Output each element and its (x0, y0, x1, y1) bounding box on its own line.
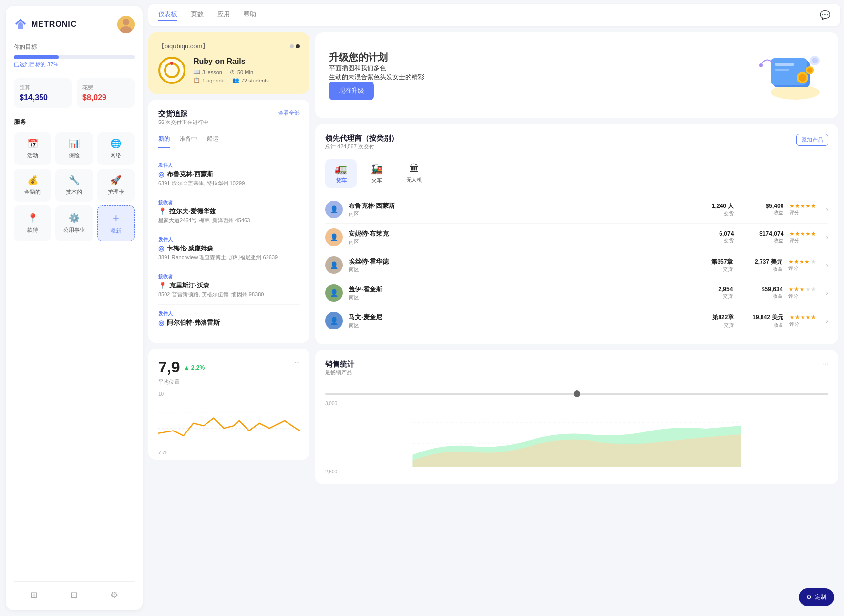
sender-circle-icon-0: ◎ (158, 170, 164, 178)
add-label: 添新 (110, 227, 121, 235)
service-tech[interactable]: 🔧 技术的 (55, 169, 93, 202)
service-hospitality[interactable]: 📍 款待 (14, 205, 51, 241)
care-label: 护理卡 (108, 188, 124, 196)
settings-icon[interactable]: ⚙ (110, 590, 118, 600)
promo-url-text: 【biqubiqu.com】 (158, 42, 208, 51)
agent-rating-1: ★★★★★ 评分 (789, 230, 816, 244)
budget-label: 预算 (20, 84, 66, 91)
agent-arrow-4[interactable]: › (826, 317, 828, 325)
notification-icon[interactable]: 💬 (820, 10, 830, 21)
dot-1 (290, 44, 294, 48)
promo-card: 【biqubiqu.com】 Ruby on Rails (148, 32, 309, 94)
delivery-name-1: 📍 拉尔夫·爱德华兹 (158, 207, 300, 216)
rails-ring-icon (162, 61, 182, 80)
agent-revenue-1: $174,074 收益 (740, 230, 783, 244)
upgrade-button[interactable]: 现在升级 (329, 82, 374, 100)
delivery-addr-3: 8502 普雷斯顿路, 英格尔伍德, 缅因州 98380 (158, 291, 300, 298)
layers-icon[interactable]: ⊞ (30, 590, 38, 600)
app-name: METRONIC (31, 20, 77, 29)
agent-region-3: 南区 (349, 294, 688, 301)
add-product-button[interactable]: 添加产品 (796, 134, 828, 146)
agent-info-2: 埃丝特·霍华德 南区 (349, 257, 688, 273)
hospitality-icon: 📍 (27, 213, 38, 224)
sales-more-icon[interactable]: ··· (823, 360, 828, 367)
train-label: 火车 (371, 177, 382, 184)
sales-area-chart (325, 408, 828, 467)
content-grid: 【biqubiqu.com】 Ruby on Rails (148, 32, 840, 612)
agent-arrow-1[interactable]: › (826, 233, 828, 241)
agent-rating-2: ★★★★★ 评分 (788, 258, 816, 272)
stat-value: 7,9 ▲ 2.2% (158, 358, 205, 376)
delivery-role-1: 接收者 (158, 199, 300, 206)
right-column: 升级您的计划 平面插图和我们多色 生动的未混合紫色头发女士的精彩 现在升级 (315, 32, 838, 523)
agent-arrow-2[interactable]: › (826, 261, 828, 269)
agent-arrow-3[interactable]: › (826, 289, 828, 297)
service-care[interactable]: 🚀 护理卡 (97, 169, 135, 202)
progress-bar-bg (14, 55, 135, 59)
customize-button[interactable]: ⚙ 定制 (799, 588, 834, 606)
students-icon: 👥 (232, 77, 239, 83)
goal-label: 你的目标 (14, 43, 135, 51)
delivery-item-0: 发件人 ◎ 布鲁克林·西蒙斯 6391 埃尔全盖塞里, 特拉华州 10299 (158, 156, 300, 193)
svg-point-4 (170, 62, 173, 65)
agent-stat-0: 1,240 人 交货 (695, 202, 734, 217)
service-insurance[interactable]: 📊 保险 (55, 132, 93, 165)
delivery-view-all[interactable]: 查看全部 (278, 109, 300, 117)
nav-pages[interactable]: 页数 (191, 10, 204, 21)
sender-circle-icon-2: ◎ (158, 245, 164, 252)
sidebar-header: METRONIC (14, 16, 135, 33)
sales-range-slider[interactable] (325, 393, 828, 395)
agent-revenue-4: 19,842 美元 收益 (740, 313, 783, 329)
agent-name-2: 埃丝特·霍华德 (349, 257, 688, 266)
agent-tab-truck[interactable]: 🚛 货车 (325, 159, 357, 188)
service-utility[interactable]: ⚙️ 公用事业 (55, 205, 93, 241)
svg-rect-11 (775, 69, 789, 71)
sales-y-2500: 2,500 (325, 469, 337, 474)
delivery-addr-1: 星家大道2464号 梅萨, 新泽西州 45463 (158, 217, 300, 224)
delivery-addr-0: 6391 埃尔全盖塞里, 特拉华州 10299 (158, 180, 300, 187)
tab-shipping[interactable]: 船运 (207, 135, 219, 148)
delivery-role-2: 发件人 (158, 236, 300, 243)
activities-label: 活动 (27, 152, 38, 159)
service-add[interactable]: + 添新 (97, 205, 135, 241)
agent-tab-drone[interactable]: 🏛 无人机 (396, 159, 432, 188)
network-label: 网络 (110, 152, 121, 159)
svg-point-18 (812, 58, 818, 63)
service-finance[interactable]: 💰 金融的 (14, 169, 51, 202)
promo-students: 👥 72 students (232, 77, 269, 83)
stat-more-icon[interactable]: ··· (294, 358, 300, 366)
sales-title: 销售统计 (325, 360, 354, 369)
promo-agenda: 📋 1 agenda (193, 77, 225, 83)
service-activities[interactable]: 📅 活动 (14, 132, 51, 165)
service-network[interactable]: 🌐 网络 (97, 132, 135, 165)
sidebar-footer: ⊞ ⊟ ⚙ (14, 581, 135, 600)
left-column: 【biqubiqu.com】 Ruby on Rails (148, 32, 309, 523)
card-icon[interactable]: ⊟ (70, 590, 78, 600)
finance-icon: 💰 (27, 175, 38, 185)
agent-arrow-0[interactable]: › (826, 205, 828, 213)
nav-apps[interactable]: 应用 (217, 10, 230, 21)
expense-card: 花费 $8,029 (77, 78, 135, 108)
tab-preparing[interactable]: 准备中 (180, 135, 197, 148)
stat-chart: 10 7.75 (158, 391, 300, 450)
delivery-item-2: 发件人 ◎ 卡梅伦·威廉姆森 3891 Ranchview 理查森博士, 加利福… (158, 230, 300, 267)
agent-stat-1: 6,074 交货 (695, 230, 734, 244)
nav-help[interactable]: 帮助 (244, 10, 256, 21)
truck-icon: 🚛 (335, 163, 347, 175)
tech-label: 技术的 (66, 188, 82, 196)
train-icon: 🚂 (371, 163, 383, 175)
goal-percent-text: 已达到目标的 37% (14, 61, 135, 68)
avatar[interactable] (117, 16, 135, 33)
agent-avatar-0: 👤 (325, 201, 343, 218)
agent-tab-train[interactable]: 🚂 火车 (361, 159, 392, 188)
promo-lessons: 📖 3 lesson (193, 69, 222, 75)
utility-label: 公用事业 (63, 226, 85, 234)
agent-name-4: 马文·麦金尼 (349, 313, 689, 322)
agents-card: 领先代理商（按类别） 总计 424,567 次交付 添加产品 🚛 货车 🚂 火车 (315, 124, 838, 344)
promo-title: Ruby on Rails (193, 57, 269, 66)
nav-dashboard[interactable]: 仪表板 (158, 10, 177, 21)
agent-info-1: 安妮特·布莱克 南区 (349, 229, 689, 246)
delivery-role-0: 发件人 (158, 162, 300, 169)
tab-new[interactable]: 新的 (158, 135, 170, 148)
agent-avatar-3: 👤 (325, 284, 343, 302)
